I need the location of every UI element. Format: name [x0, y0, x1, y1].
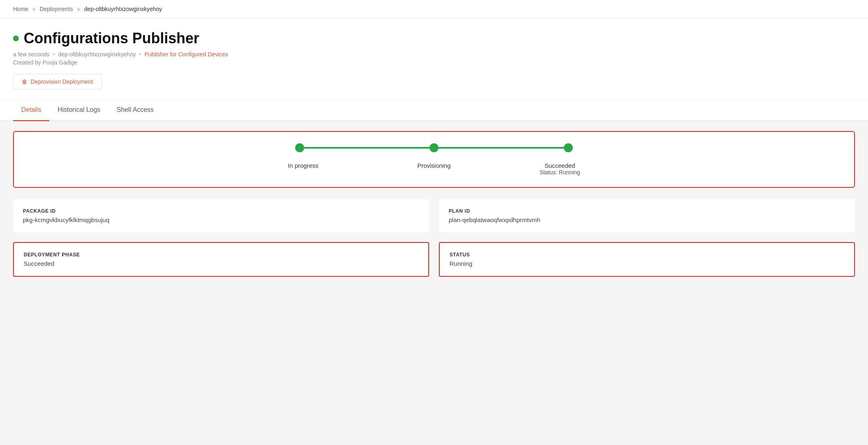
- tab-details[interactable]: Details: [13, 100, 49, 121]
- package-id-value: pkg-kcmgvkbucyfklktmqgbsujuq: [23, 216, 419, 223]
- deployment-phase-value: Succeeded: [24, 260, 418, 267]
- header-section: Configurations Publisher a few seconds •…: [0, 18, 868, 100]
- status-dot-icon: [13, 36, 19, 41]
- pipeline-container: In progress Provisioning Succeeded Statu…: [13, 131, 855, 188]
- breadcrumb-current: dep-oltbkuyrhtxzowginxkyehoy: [84, 6, 162, 12]
- tabs-bar: Details Historical Logs Shell Access: [0, 100, 868, 121]
- plan-id-label: PLAN ID: [449, 208, 845, 214]
- meta-time: a few seconds: [13, 51, 50, 58]
- info-card-plan-id: PLAN ID plan-qebqlatwaoqfwxpdhprmtvmh: [439, 199, 855, 232]
- pipeline-dot-2: [430, 143, 438, 152]
- main-content: In progress Provisioning Succeeded Statu…: [0, 121, 868, 287]
- pipeline-line-2: [438, 147, 564, 149]
- tab-shell-access[interactable]: Shell Access: [109, 100, 162, 121]
- info-card-package-id: PACKAGE ID pkg-kcmgvkbucyfklktmqgbsujuq: [13, 199, 429, 232]
- package-id-label: PACKAGE ID: [23, 208, 419, 214]
- breadcrumb-sep-2: »: [77, 6, 80, 12]
- meta-row: a few seconds • dep-oltbkuyrhtxzowginxky…: [13, 51, 855, 58]
- meta-deployment-id: dep-oltbkuyrhtxzowginxkyehoy: [58, 51, 136, 58]
- meta-publisher-link[interactable]: Publisher for Configured Devices: [145, 51, 228, 58]
- breadcrumb-sep-1: »: [32, 6, 36, 12]
- meta-sep-2: •: [139, 51, 141, 58]
- breadcrumb: Home » Deployments » dep-oltbkuyrhtxzowg…: [0, 0, 868, 18]
- pipeline-label-1: In progress: [288, 162, 318, 169]
- status-label: STATUS: [450, 252, 844, 258]
- title-row: Configurations Publisher: [13, 30, 855, 47]
- page-title: Configurations Publisher: [24, 30, 199, 47]
- pipeline-dot-1: [295, 143, 304, 152]
- breadcrumb-deployments[interactable]: Deployments: [40, 6, 73, 12]
- deprovision-button[interactable]: 🗑 Deprovision Deployment: [13, 74, 102, 89]
- breadcrumb-home[interactable]: Home: [13, 6, 28, 12]
- info-card-deployment-phase: DEPLOYMENT PHASE Succeeded: [13, 242, 429, 277]
- info-grid: PACKAGE ID pkg-kcmgvkbucyfklktmqgbsujuq …: [13, 199, 855, 277]
- deployment-phase-label: DEPLOYMENT PHASE: [24, 252, 418, 258]
- pipeline-dot-3: [564, 143, 573, 152]
- trash-icon: 🗑: [22, 78, 27, 85]
- deprovision-label: Deprovision Deployment: [31, 78, 93, 85]
- tab-historical-logs[interactable]: Historical Logs: [49, 100, 109, 121]
- meta-sep-1: •: [53, 51, 55, 58]
- info-card-status: STATUS Running: [439, 242, 855, 277]
- status-value: Running: [450, 260, 844, 267]
- plan-id-value: plan-qebqlatwaoqfwxpdhprmtvmh: [449, 216, 845, 223]
- pipeline-sublabel-3: Status: Running: [539, 169, 580, 176]
- meta-creator: Created by Pooja Gadige: [13, 59, 855, 66]
- pipeline-line-1: [304, 147, 430, 149]
